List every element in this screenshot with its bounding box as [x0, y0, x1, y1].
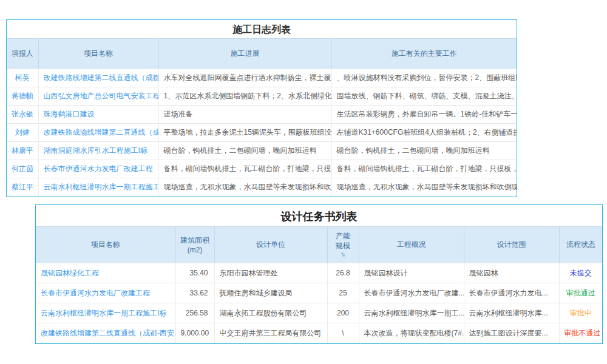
area-cell: 35.40: [175, 263, 214, 283]
progress-cell: 1、示范区水系北侧围墙钢筋下料；2、水系北侧绿化...: [158, 87, 331, 106]
progress-cell: 进场准备: [158, 106, 331, 124]
reporter-link[interactable]: 林康平: [12, 146, 33, 155]
design-task-panel: 设计任务书列表 项目名称 建筑面积(m2) 设计单位 产能规模 ⇅ 工程概况 设…: [35, 204, 603, 344]
capacity-cell: 26.8: [327, 263, 359, 283]
table-row: 改建铁路线增建第二线直通线（成都-西安... 9,000.00 中交王府井第三工…: [36, 323, 602, 343]
project-link[interactable]: 云南水利枢纽潜明水库一期工程施工I标: [41, 309, 166, 317]
col-header-main-work: 施工有关的主要工作: [331, 39, 517, 69]
header-row: 填报人 项目名称 施工进展 施工有关的主要工作: [7, 39, 517, 69]
progress-cell: 水车对全线遮阳网覆盖点进行洒水抑制扬尘，裸土覆...: [158, 69, 331, 87]
scope-cell: 晟铭园林: [464, 263, 559, 283]
reporter-link[interactable]: 蔡江平: [12, 183, 33, 191]
main-work-cell: 生活区吊装彩钢房，外雇自卸吊一辆。1铁岭-佳和铲车一台: [331, 106, 517, 124]
table-row: 何芷茵 长春市伊通河水力发电厂改建工程 备料，砌间墙钩机排土，瓦工砌台阶，打地梁…: [7, 160, 517, 178]
capacity-label: 产能规模: [335, 232, 351, 251]
col-header-progress: 施工进展: [158, 39, 331, 69]
project-link[interactable]: 云南水利枢纽潜明水库一期工程施工I标: [44, 183, 159, 191]
overview-cell: 云南水利枢纽潜明水库一期工...: [359, 303, 464, 323]
col-header-reporter: 填报人: [7, 39, 38, 69]
col-header-project: 项目名称: [38, 39, 158, 69]
area-cell: 256.58: [175, 303, 214, 323]
progress-cell: 现场巡查，无积水现象，水马围壁等未发现损坏和吹...: [158, 178, 331, 197]
header-row: 项目名称 建筑面积(m2) 设计单位 产能规模 ⇅ 工程概况 设计范围 流程状态: [36, 227, 602, 263]
project-link[interactable]: 改建铁路成渝线增建第二直通线（成...: [44, 128, 159, 136]
design-task-table: 项目名称 建筑面积(m2) 设计单位 产能规模 ⇅ 工程概况 设计范围 流程状态…: [36, 226, 602, 343]
reporter-link[interactable]: 柯英: [15, 73, 30, 82]
overview-cell: 长春市伊通河水力发电厂改建...: [359, 283, 464, 303]
design-task-title: 设计任务书列表: [36, 205, 602, 226]
main-work-cell: 、喷淋设施材料没有采购到位，暂停安装；2、围蔽班组以货...: [331, 69, 517, 87]
scope-cell: 长春市伊通河水力发电...: [464, 283, 559, 303]
col-header-overview: 工程概况: [359, 227, 464, 263]
design-unit-cell: 东阳市园林管理处: [214, 263, 327, 283]
col-header-scope: 设计范围: [464, 227, 559, 263]
project-link[interactable]: 珠海鹤港口建设: [44, 110, 95, 118]
table-row: 晟铭园林绿化工程 35.40 东阳市园林管理处 26.8 晟铭园林设计 晟铭园林…: [36, 263, 602, 283]
col-header-capacity[interactable]: 产能规模 ⇅: [327, 227, 359, 263]
table-row: 刘健 改建铁路成渝线增建第二直通线（成... 平整场地，拉走多余泥土15辆泥头车…: [7, 124, 517, 142]
reporter-link[interactable]: 蒋德帧: [12, 92, 33, 100]
overview-cell: 晟铭园林设计: [359, 263, 464, 283]
reporter-link[interactable]: 刘健: [15, 128, 30, 136]
col-header-project: 项目名称: [36, 227, 175, 263]
area-cell: 33.62: [175, 283, 214, 303]
status-badge: 审批不通过: [565, 329, 601, 337]
overview-cell: 本次改造，将现状变配电楼(7#...: [359, 323, 464, 343]
table-row: 蒋德帧 山西弘文房地产总公司电气安装工程 1、示范区水系北侧围墙钢筋下料；2、水…: [7, 87, 517, 106]
design-unit-cell: 抚顺住房和城乡建设局: [214, 283, 327, 303]
project-link[interactable]: 长春市伊通河水力发电厂改建工程: [44, 164, 153, 173]
col-header-status: 流程状态: [559, 227, 602, 263]
main-work-cell: 现场巡查，无积水现象，水马围壁等未发现损坏和吹倒现象...: [331, 178, 517, 197]
col-header-area: 建筑面积(m2): [175, 227, 214, 263]
sort-icon[interactable]: ⇅: [330, 252, 356, 258]
table-row: 蔡江平 云南水利枢纽潜明水库一期工程施工I标 现场巡查，无积水现象，水马围壁等未…: [7, 178, 517, 197]
progress-cell: 平整场地，拉走多余泥土15辆泥头车，围蔽板班组没...: [158, 124, 331, 142]
reporter-link[interactable]: 何芷茵: [12, 164, 33, 173]
construction-log-panel: 施工日志列表 填报人 项目名称 施工进展 施工有关的主要工作 柯英 改建铁路线增…: [6, 19, 517, 197]
table-row: 云南水利枢纽潜明水库一期工程施工I标 256.58 湖南永拓工程股份有限公司 2…: [36, 303, 602, 323]
reporter-link[interactable]: 张永银: [12, 110, 33, 118]
table-row: 张永银 珠海鹤港口建设 进场准备 生活区吊装彩钢房，外雇自卸吊一辆。1铁岭-佳和…: [7, 106, 517, 124]
table-row: 柯英 改建铁路线增建第二线直通线（成都-... 水车对全线遮阳网覆盖点进行洒水抑…: [7, 69, 517, 87]
scope-cell: 达到施工图设计深度要...: [464, 323, 559, 343]
col-header-design-unit: 设计单位: [214, 227, 327, 263]
table-row: 长春市伊通河水力发电厂改建工程 33.62 抚顺住房和城乡建设局 25 长春市伊…: [36, 283, 602, 303]
status-badge: 未提交: [570, 269, 592, 277]
construction-log-title: 施工日志列表: [7, 20, 517, 38]
construction-log-table: 填报人 项目名称 施工进展 施工有关的主要工作 柯英 改建铁路线增建第二线直通线…: [7, 38, 517, 197]
main-work-cell: 砌台阶，钩机排土，二包砌间墙，晚间加班运料: [331, 142, 517, 160]
project-link[interactable]: 改建铁路线增建第二线直通线（成都-西安...: [41, 329, 175, 337]
design-unit-cell: 湖南永拓工程股份有限公司: [214, 303, 327, 323]
project-link[interactable]: 山西弘文房地产总公司电气安装工程: [44, 92, 159, 100]
main-work-cell: 备料，砌间墙钩机排土，瓦工砌台阶，打地梁，只摸板，砌...: [331, 160, 517, 178]
capacity-cell: 200: [327, 303, 359, 323]
progress-cell: 砌台阶，钩机排土，二包砌间墙，晚间加班运料: [158, 142, 331, 160]
project-link[interactable]: 湖南洞庭湖水库引水工程施工I标: [44, 146, 148, 155]
status-badge: 审批通过: [566, 289, 595, 297]
capacity-cell: 25: [327, 283, 359, 303]
table-row: 林康平 湖南洞庭湖水库引水工程施工I标 砌台阶，钩机排土，二包砌间墙，晚间加班运…: [7, 142, 517, 160]
design-unit-cell: 中交王府井第三工程局有限公司: [214, 323, 327, 343]
main-work-cell: 左辅道K31+600CFG桩班组4人组装桩机；2、右侧辅道拼宽...: [331, 124, 517, 142]
project-link[interactable]: 晟铭园林绿化工程: [41, 269, 99, 277]
progress-cell: 备料，砌间墙钩机排土，瓦工砌台阶，打地梁，只摸...: [158, 160, 331, 178]
area-cell: 9,000.00: [175, 323, 214, 343]
project-link[interactable]: 改建铁路线增建第二线直通线（成都-...: [44, 73, 159, 82]
status-badge: 审批中: [570, 309, 592, 317]
capacity-cell: \: [327, 323, 359, 343]
main-work-cell: 围墙放线、钢筋下料、砌筑、绑筋、支模、混凝土浇注、清...: [331, 87, 517, 106]
project-link[interactable]: 长春市伊通河水力发电厂改建工程: [41, 289, 150, 297]
scope-cell: 云南水利枢纽潜明水库...: [464, 303, 559, 323]
